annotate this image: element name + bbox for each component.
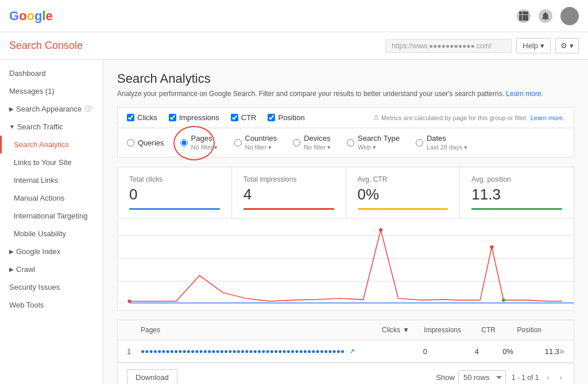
description-learn-more-link[interactable]: Learn more. xyxy=(506,90,543,98)
clicks-filter[interactable]: Clicks xyxy=(127,113,157,122)
next-page-button[interactable]: › xyxy=(558,371,564,384)
show-label: Show xyxy=(436,373,455,382)
sidebar-item-links-to-site[interactable]: Links to Your Site xyxy=(0,153,103,171)
pages-label: Pages xyxy=(191,134,212,143)
row-page-url[interactable]: ●●●●●●●●●●●●●●●●●●●●●●●●●●●●●●●●●●●●●●●●… xyxy=(141,347,381,355)
sort-desc-icon[interactable]: ▼ xyxy=(403,326,409,334)
filter-note: ⚠ Metrics are calculated by page for thi… xyxy=(373,114,564,121)
stat-avg-position: Avg. position 11.3 xyxy=(460,167,574,218)
th-ctr[interactable]: CTR xyxy=(461,326,496,334)
sidebar-item-search-analytics[interactable]: Search Analytics xyxy=(0,136,103,153)
help-button[interactable]: Help ▾ xyxy=(516,38,551,53)
dates-label: Dates xyxy=(427,134,446,143)
sidebar-item-international-targeting[interactable]: International Targeting xyxy=(0,207,103,225)
radio-devices[interactable]: Devices No filter ▾ xyxy=(293,134,331,151)
warning-icon: ⚠ xyxy=(373,114,379,121)
apps-icon[interactable] xyxy=(517,9,531,23)
position-filter[interactable]: Position xyxy=(268,113,304,122)
clicks-checkbox[interactable] xyxy=(127,114,134,121)
countries-label: Countries xyxy=(245,134,277,143)
sc-title[interactable]: Search Console xyxy=(9,40,83,52)
sidebar-item-web-tools[interactable]: Web Tools xyxy=(0,296,103,314)
show-rows: Show 10 rows 25 rows 50 rows 100 rows xyxy=(436,370,506,384)
avg-position-bar xyxy=(471,208,562,210)
avg-position-value: 11.3 xyxy=(471,186,562,203)
total-impressions-bar xyxy=(243,208,334,210)
stat-total-clicks: Total clicks 0 xyxy=(118,167,232,218)
radio-countries[interactable]: Countries No filter ▾ xyxy=(234,134,277,151)
sidebar-section-search-traffic[interactable]: ▼ Search Traffic xyxy=(0,118,103,136)
dates-filter-label[interactable]: Last 28 days ▾ xyxy=(427,144,467,151)
devices-radio[interactable] xyxy=(293,139,300,147)
sidebar-item-dashboard[interactable]: Dashboard xyxy=(0,64,103,82)
devices-filter-label[interactable]: No filter ▾ xyxy=(304,144,331,151)
search-type-label: Search Type xyxy=(358,134,400,143)
top-bar-right xyxy=(517,7,579,25)
dates-radio[interactable] xyxy=(416,139,423,147)
row-nav[interactable]: » xyxy=(559,346,564,356)
radio-search-type[interactable]: Search Type Web ▾ xyxy=(347,134,400,151)
prev-page-button[interactable]: ‹ xyxy=(544,371,551,384)
rows-per-page-select[interactable]: 10 rows 25 rows 50 rows 100 rows xyxy=(458,370,506,384)
devices-label: Devices xyxy=(304,134,330,143)
sc-header-right: https://www.●●●●●●●●●●●.com/ Help ▾ ⚙ ▾ xyxy=(385,38,579,53)
chart-dot xyxy=(379,228,382,232)
stats-row: Total clicks 0 Total impressions 4 Avg. … xyxy=(117,167,574,218)
notification-icon[interactable] xyxy=(539,9,552,23)
triangle-icon: ▶ xyxy=(9,248,14,255)
filter-learn-more-link[interactable]: Learn more. xyxy=(531,114,564,121)
content-area: Search Analytics Analyze your performanc… xyxy=(103,60,588,384)
avatar[interactable] xyxy=(560,7,579,25)
sidebar-item-manual-actions[interactable]: Manual Actions xyxy=(0,189,103,207)
row-position: 11.3 xyxy=(513,347,559,356)
search-type-filter-label[interactable]: Web ▾ xyxy=(358,144,376,151)
radio-group: Queries Pages No filter ▾ Countries N xyxy=(127,134,467,151)
avg-ctr-value: 0% xyxy=(358,186,448,203)
sidebar-item-messages[interactable]: Messages (1) xyxy=(0,82,103,100)
queries-radio[interactable] xyxy=(127,139,134,147)
impressions-filter[interactable]: Impressions xyxy=(169,113,219,122)
countries-radio[interactable] xyxy=(234,139,242,147)
avg-ctr-label: Avg. CTR xyxy=(358,175,448,183)
th-position[interactable]: Position xyxy=(496,326,541,334)
pages-radio[interactable] xyxy=(180,139,188,147)
sidebar-section-google-index[interactable]: ▶ Google Index xyxy=(0,243,103,260)
sidebar-item-internal-links[interactable]: Internal Links xyxy=(0,171,103,189)
info-icon: ⓘ xyxy=(85,105,91,113)
ctr-filter[interactable]: CTR xyxy=(231,113,257,122)
pages-filter-label[interactable]: No filter ▾ xyxy=(191,144,218,151)
svg-rect-6 xyxy=(519,18,522,21)
ctr-checkbox[interactable] xyxy=(231,114,238,121)
bottom-bar: Download Show 10 rows 25 rows 50 rows 10… xyxy=(117,363,574,384)
radio-dates[interactable]: Dates Last 28 days ▾ xyxy=(416,134,467,151)
sidebar-item-mobile-usability[interactable]: Mobile Usability xyxy=(0,225,103,243)
impressions-checkbox[interactable] xyxy=(169,114,176,121)
countries-filter-label[interactable]: No filter ▾ xyxy=(245,144,272,151)
sidebar-section-crawl[interactable]: ▶ Crawl xyxy=(0,260,103,278)
sidebar-section-search-appearance[interactable]: ▶ Search Appearance ⓘ xyxy=(0,100,103,118)
download-button[interactable]: Download xyxy=(127,369,177,384)
chevron-down-icon: ▾ xyxy=(570,41,574,50)
position-checkbox[interactable] xyxy=(268,114,275,121)
chart-svg xyxy=(118,218,574,310)
radio-row: Queries Pages No filter ▾ Countries N xyxy=(117,128,574,158)
th-impressions[interactable]: Impressions xyxy=(409,326,461,334)
chevron-down-icon: ▾ xyxy=(540,41,544,50)
external-link-icon: ↗ xyxy=(349,347,355,355)
svg-rect-3 xyxy=(519,15,522,18)
radio-queries[interactable]: Queries xyxy=(127,139,164,147)
sidebar-item-security-issues[interactable]: Security Issues xyxy=(0,278,103,296)
table-row: 1 ●●●●●●●●●●●●●●●●●●●●●●●●●●●●●●●●●●●●●●… xyxy=(118,340,574,363)
page-description: Analyze your performance on Google Searc… xyxy=(117,90,574,98)
google-logo: Google xyxy=(9,9,53,24)
triangle-icon: ▶ xyxy=(9,266,14,272)
th-clicks: Clicks ▼ xyxy=(363,326,409,334)
gear-icon: ⚙ xyxy=(560,41,567,50)
page-info: 1 - 1 of 1 xyxy=(512,374,539,382)
search-type-radio[interactable] xyxy=(347,139,354,147)
settings-button[interactable]: ⚙ ▾ xyxy=(555,38,579,53)
radio-pages[interactable]: Pages No filter ▾ xyxy=(180,134,218,151)
avg-position-label: Avg. position xyxy=(471,175,562,183)
chart-dot-green xyxy=(502,298,505,302)
svg-rect-8 xyxy=(525,18,528,21)
